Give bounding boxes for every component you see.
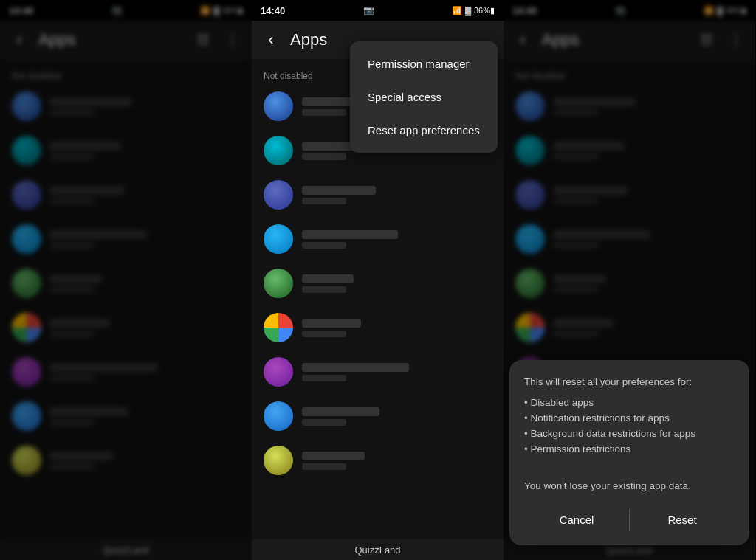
time-2: 14:40 [261,5,285,16]
reset-button[interactable]: Reset [630,506,735,533]
dialog-footer: Cancel Reset [524,506,735,533]
app-icon [264,446,293,475]
app-icon [264,269,293,298]
cancel-button[interactable]: Cancel [524,506,629,533]
reset-dialog: This will reset all your preferences for… [509,360,749,545]
dialog-text: This will reset all your preferences for… [524,375,735,494]
list-item [252,261,504,305]
list-item [252,438,504,483]
dialog-bullet-4: • Permission restrictions [524,442,735,457]
blur-overlay-1 [0,0,252,560]
wifi-icon-2: 📶 [452,6,462,15]
dialog-bullet-3: • Background data restrictions for apps [524,426,735,442]
signal-icon-2: ▓ [465,6,471,15]
dropdown-menu: Permission manager Special access Reset … [350,41,498,153]
back-button-2[interactable]: ‹ [258,27,284,53]
panel-1: 14:40 📷 📶 ▓ 36%▮ ‹ Apps ☷ ⋮ Not disabled… [0,0,252,560]
dropdown-item-special-access[interactable]: Special access [350,80,498,114]
dialog-note: You won't lose your existing app data. [524,480,691,491]
panel-3: 14:40 📷 📶 ▓ 36%▮ ‹ Apps ☷ ⋮ Not disabled… [504,0,755,560]
bottom-label-2: QuizzLand [252,539,504,560]
app-icon [264,357,293,387]
list-item [252,394,504,438]
status-icon-camera-2: 📷 [363,5,374,15]
list-item [252,217,504,261]
status-bar-2: 14:40 📷 📶 ▓ 36%▮ [252,0,504,21]
battery-2: 36%▮ [474,6,495,15]
app-icon [264,224,293,254]
app-icon [264,136,293,165]
dropdown-item-permission-manager[interactable]: Permission manager [350,47,498,80]
dialog-intro: This will reset all your preferences for… [524,376,692,387]
app-icon [264,401,293,431]
dialog-bullet-2: • Notification restrictions for apps [524,411,735,426]
list-item [252,305,504,350]
dialog-bullet-list: • Disabled apps • Notification restricti… [524,395,735,457]
list-item [252,173,504,217]
list-item [252,350,504,394]
dialog-bullet-1: • Disabled apps [524,395,735,411]
app-icon [264,313,293,342]
status-icons-2: 📶 ▓ 36%▮ [452,6,495,15]
app-icon [264,91,293,121]
app-icon [264,180,293,210]
dropdown-item-reset-app-preferences[interactable]: Reset app preferences [350,114,498,147]
panel-2: 14:40 📷 📶 ▓ 36%▮ ‹ Apps Not disabled Qui… [252,0,504,560]
